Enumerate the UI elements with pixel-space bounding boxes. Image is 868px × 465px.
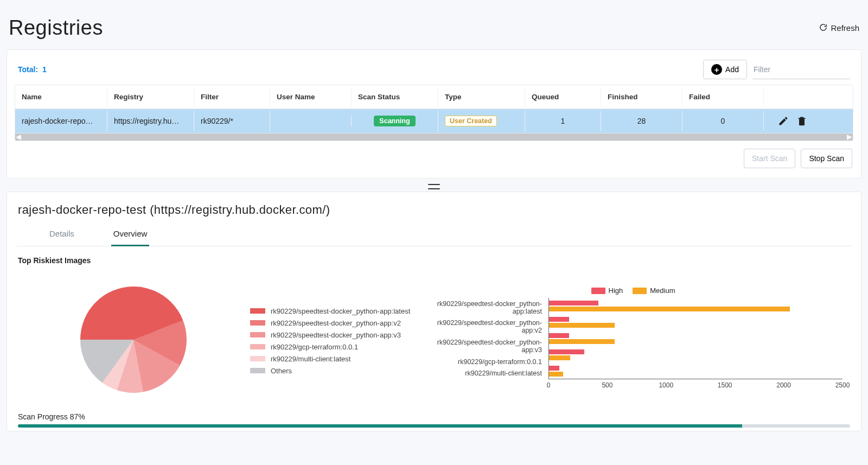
bar-high [549,301,598,305]
resize-handle-icon[interactable] [428,184,440,189]
edit-icon[interactable] [778,116,789,126]
pie-legend-label: rk90229/multi-client:latest [271,355,350,363]
pie-legend-label: rk90229/speedtest-docker_python-app:v3 [271,331,401,339]
cell-queued: 1 [525,111,601,131]
scan-progress-bar [18,424,850,428]
overview-subtitle: Top Riskiest Images [18,256,850,265]
bar-xtick: 1500 [718,381,732,389]
bar-medium [549,372,563,377]
cell-scanstatus: Scanning [352,110,438,132]
table-header: Name Registry Filter User Name Scan Stat… [15,85,853,109]
detail-tabs: Details Overview [17,224,851,246]
cell-finished: 28 [601,111,682,131]
pie-legend-item: rk90229/multi-client:latest [250,353,424,365]
bar-high [549,349,584,354]
col-actions [764,92,813,103]
bar-xtick: 1000 [659,381,673,389]
col-filter[interactable]: Filter [194,87,270,106]
bar-xtick: 0 [547,381,551,389]
col-username[interactable]: User Name [270,87,352,106]
col-finished[interactable]: Finished [601,87,682,106]
refresh-label: Refresh [831,23,859,33]
cell-type: User Created [438,110,525,132]
swatch-high [591,288,605,294]
bar-group [549,347,843,363]
pie-legend-label: rk90229/speedtest-docker_python-app:v2 [271,319,401,327]
bar-xtick: 2500 [835,381,850,389]
bar-high [549,317,569,322]
swatch-icon [250,368,265,373]
bar-high [549,366,559,371]
cell-failed: 0 [682,111,764,131]
pie-legend-label: rk90229/gcp-terraform:0.0.1 [271,343,358,351]
pie-legend-item: rk90229/speedtest-docker_python-app:v2 [250,317,424,329]
swatch-icon [250,320,265,326]
start-scan-button[interactable]: Start Scan [744,149,795,168]
cell-name: rajesh-docker-repo… [15,111,107,131]
cell-filter: rk90229/* [194,111,270,131]
col-failed[interactable]: Failed [682,87,764,106]
add-button[interactable]: + Add [703,60,747,79]
bar-group [549,298,843,314]
bar-xtick: 2000 [776,381,791,389]
cell-registry: https://registry.hu… [107,111,194,131]
detail-title: rajesh-docker-repo-test (https://registr… [18,203,850,217]
bar-ylabel: rk90229/speedtest-docker_python-app:v2 [424,319,542,334]
col-registry[interactable]: Registry [107,87,194,106]
pie-legend: rk90229/speedtest-docker_python-app:late… [250,270,424,377]
cell-username [270,116,352,126]
plus-icon: + [711,64,722,75]
registries-table: Name Registry Filter User Name Scan Stat… [15,85,853,141]
bar-medium [549,307,790,311]
pie-legend-item: rk90229/speedtest-docker_python-app:late… [250,305,424,317]
swatch-icon [250,356,265,361]
col-queued[interactable]: Queued [525,87,601,106]
col-type[interactable]: Type [438,87,525,106]
bar-high [549,333,569,338]
pie-legend-label: rk90229/speedtest-docker_python-app:late… [271,307,410,315]
total-label: Total:1 [18,65,47,74]
bar-xtick: 500 [602,381,612,389]
bar-group [549,363,843,379]
col-name[interactable]: Name [15,87,107,106]
add-button-label: Add [725,65,739,74]
bar-ylabel: rk90229/gcp-terraform:0.0.1 [424,358,542,366]
delete-icon[interactable] [796,116,807,126]
stop-scan-button[interactable]: Stop Scan [801,149,852,168]
refresh-icon [819,23,827,33]
pie-legend-item: rk90229/gcp-terraform:0.0.1 [250,341,424,353]
bar-ylabel: rk90229/speedtest-docker_python-app:late… [424,300,542,315]
bar-legend-medium: Medium [650,286,675,295]
swatch-icon [250,344,265,349]
col-scanstatus[interactable]: Scan Status [352,87,438,106]
horizontal-scrollbar[interactable] [15,133,853,141]
bar-medium [549,339,615,344]
page-title: Registries [9,16,103,40]
pie-legend-item: rk90229/speedtest-docker_python-app:v3 [250,329,424,341]
bar-legend-high: High [609,286,623,295]
bar-legend: High Medium [424,286,843,295]
bar-group [549,314,843,330]
bar-ylabel: rk90229/speedtest-docker_python-app:v3 [424,339,542,354]
bar-medium [549,323,615,328]
bar-ylabel: rk90229/multi-client:latest [424,370,542,377]
tab-overview[interactable]: Overview [111,224,150,246]
refresh-button[interactable]: Refresh [819,23,859,33]
swatch-icon [250,308,265,314]
swatch-medium [633,288,647,294]
tab-details[interactable]: Details [47,224,76,246]
scan-progress-label: Scan Progress 87% [18,412,850,421]
pie-chart [80,286,187,393]
table-row[interactable]: rajesh-docker-repo… https://registry.hu…… [15,109,853,133]
bar-medium [549,355,570,360]
swatch-icon [250,332,265,337]
bar-group [549,330,843,347]
pie-legend-label: Others [271,367,292,375]
filter-input[interactable] [752,60,850,79]
cell-actions [764,110,813,132]
bar-chart: rk90229/speedtest-docker_python-app:late… [424,298,843,391]
pie-legend-item: Others [250,365,424,377]
